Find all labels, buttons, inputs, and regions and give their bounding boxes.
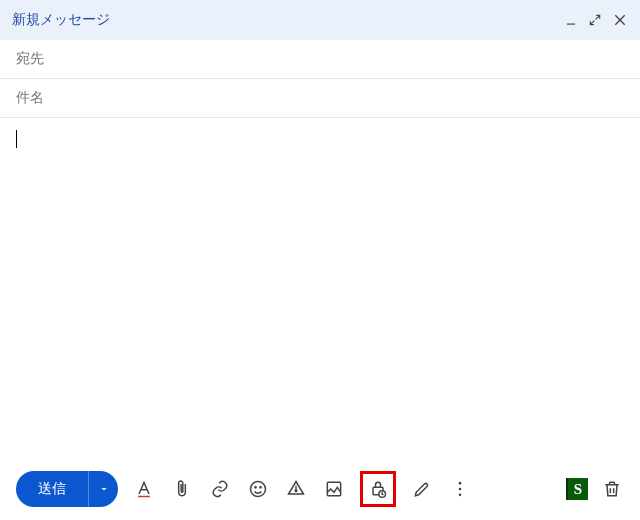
insert-photo-icon[interactable]	[322, 477, 346, 501]
svg-point-6	[260, 487, 261, 488]
svg-point-5	[255, 487, 256, 488]
compose-title: 新規メッセージ	[12, 11, 110, 29]
svg-point-4	[251, 482, 266, 497]
confidential-highlight	[360, 471, 396, 507]
signature-icon[interactable]	[410, 477, 434, 501]
svg-point-13	[459, 488, 462, 491]
send-options-dropdown[interactable]	[88, 471, 118, 507]
message-body[interactable]	[0, 118, 640, 478]
svg-point-12	[459, 482, 462, 485]
emoji-icon[interactable]	[246, 477, 270, 501]
text-cursor	[16, 130, 17, 148]
discard-icon[interactable]	[600, 477, 624, 501]
link-icon[interactable]	[208, 477, 232, 501]
extension-badge-icon[interactable]: S	[566, 478, 588, 500]
minimize-icon[interactable]	[564, 13, 578, 27]
confidential-mode-icon[interactable]	[366, 477, 390, 501]
svg-point-14	[459, 494, 462, 497]
more-options-icon[interactable]	[448, 477, 472, 501]
compose-toolbar: 送信	[0, 458, 640, 520]
svg-point-7	[295, 490, 297, 492]
expand-icon[interactable]	[588, 13, 602, 27]
header-actions	[564, 12, 628, 28]
subject-label: 件名	[16, 89, 44, 105]
send-button-group: 送信	[16, 471, 118, 507]
attachment-icon[interactable]	[170, 477, 194, 501]
toolbar-left: 送信	[16, 471, 472, 507]
to-label: 宛先	[16, 50, 44, 66]
to-field[interactable]: 宛先	[0, 40, 640, 79]
subject-field[interactable]: 件名	[0, 79, 640, 118]
send-button[interactable]: 送信	[16, 471, 88, 507]
drive-icon[interactable]	[284, 477, 308, 501]
compose-header: 新規メッセージ	[0, 0, 640, 40]
close-icon[interactable]	[612, 12, 628, 28]
toolbar-right: S	[566, 477, 624, 501]
formatting-icon[interactable]	[132, 477, 156, 501]
